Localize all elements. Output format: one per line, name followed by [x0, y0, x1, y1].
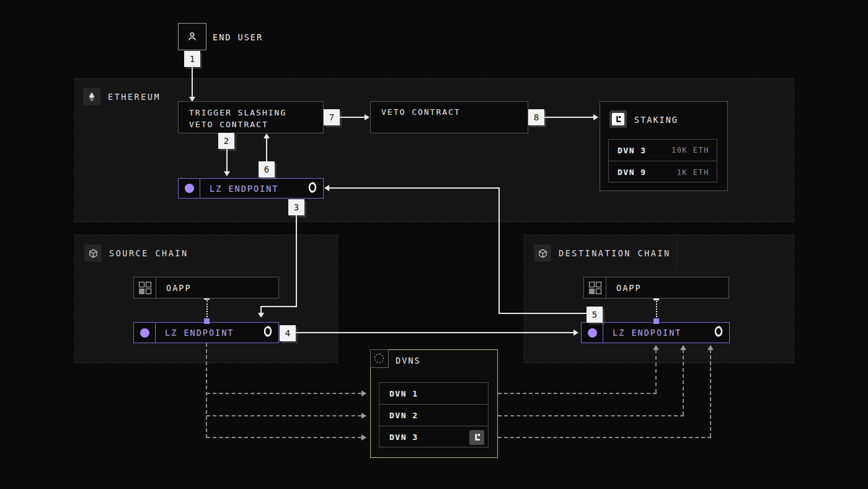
swap-vertical-icon — [714, 326, 723, 339]
dvn1-line-to-destination — [498, 393, 657, 394]
lz-endpoint-label: LZ ENDPOINT — [613, 328, 681, 338]
dvn3-line-to-destination — [498, 437, 711, 438]
lz-endpoint-ethereum-node: LZ ENDPOINT — [178, 178, 324, 199]
dvn-row: DVN 1 — [379, 383, 488, 405]
staking-label: STAKING — [634, 115, 678, 125]
swap-vertical-icon — [308, 182, 317, 195]
end-user-node — [178, 23, 206, 50]
staking-row-stake: 1K ETH — [677, 168, 709, 177]
lz-endpoint-label: LZ ENDPOINT — [165, 328, 234, 338]
dvn3-arrow-up — [707, 345, 714, 350]
destination-chain-header: DESTINATION CHAIN — [534, 244, 671, 262]
staking-row: DVN 9 1K ETH — [609, 161, 717, 183]
staking-row-name: DVN 3 — [618, 146, 647, 155]
step-badge-6: 6 — [259, 161, 275, 177]
dvns-rows: DVN 1 DVN 2 DVN 3 — [379, 382, 489, 447]
person-icon — [186, 30, 198, 43]
staking-row-stake: 10K ETH — [671, 146, 709, 155]
flow-line-8 — [544, 117, 595, 118]
grid-icon — [134, 277, 156, 298]
flow-arrow-8 — [593, 114, 598, 120]
source-chain-header: SOURCE CHAIN — [84, 244, 188, 262]
destination-chain-label: DESTINATION CHAIN — [559, 248, 671, 258]
dvn2-line-to-destination — [498, 415, 684, 416]
step-badge-3: 3 — [288, 199, 304, 215]
staking-row-name: DVN 9 — [618, 168, 647, 177]
slashing-flow-diagram: ETHEREUM SOURCE CHAIN DESTINATION CHAIN — [0, 0, 868, 489]
staking-node: STAKING DVN 3 10K ETH DVN 9 1K ETH — [600, 101, 728, 191]
oapp-label: OAPP — [616, 283, 642, 293]
dvns-label: DVNS — [396, 356, 421, 366]
oapp-destination-node: OAPP — [583, 277, 729, 298]
trigger-label-line1: TRIGGER SLASHING — [189, 107, 312, 119]
trigger-label-line2: VETO CONTRACT — [189, 119, 312, 130]
oapp-endpoint-link-source — [206, 300, 208, 320]
flow-line-1 — [192, 67, 193, 98]
step-badge-4: 4 — [280, 325, 296, 341]
step-badge-8: 8 — [528, 109, 544, 125]
flow-line-7 — [340, 117, 366, 118]
ethereum-section-header: ETHEREUM — [83, 88, 161, 105]
circle-dot-icon — [179, 179, 200, 198]
flow-line-3a — [296, 215, 297, 307]
dvn-row-name: DVN 2 — [389, 411, 418, 420]
dvn-arrow-dvn2 — [361, 413, 366, 419]
flow-line-5a — [499, 313, 587, 314]
layerzero-logo-icon — [609, 110, 627, 128]
flow-arrow-3 — [258, 313, 264, 318]
dvn-row-name: DVN 3 — [389, 433, 418, 442]
dvn2-line-up — [683, 349, 684, 415]
dvn-arrow-dvn3 — [361, 434, 366, 441]
staking-rows: DVN 3 10K ETH DVN 9 1K ETH — [608, 139, 717, 182]
swap-vertical-icon — [264, 326, 272, 339]
step-badge-1: 1 — [184, 51, 200, 67]
dashed-circle-icon — [370, 349, 389, 368]
dvn-line-to-dvn2 — [206, 415, 361, 416]
ethereum-section-label: ETHEREUM — [108, 92, 161, 102]
circle-dot-icon — [134, 323, 156, 343]
flow-line-4 — [296, 332, 575, 333]
flow-arrow-7 — [365, 114, 370, 120]
oapp-label: OAPP — [166, 283, 192, 293]
lz-endpoint-source-node: LZ ENDPOINT — [133, 322, 279, 343]
dvn-arrow-dvn1 — [361, 390, 366, 397]
lz-endpoint-destination-node: LZ ENDPOINT — [581, 322, 730, 343]
step-badge-5: 5 — [587, 307, 603, 323]
step-badge-2: 2 — [218, 133, 234, 149]
oapp-endpoint-link-destination — [656, 301, 657, 320]
dvn-line-source-vertical — [206, 343, 207, 438]
grid-icon — [584, 277, 606, 298]
source-chain-label: SOURCE CHAIN — [109, 248, 188, 258]
link-handle-purple — [204, 318, 210, 324]
dvns-node: DVNS DVN 1 DVN 2 DVN 3 — [370, 349, 498, 458]
flow-arrow-4 — [574, 330, 578, 336]
dvn-row-name: DVN 1 — [389, 389, 418, 398]
dvn-line-to-dvn3 — [206, 437, 361, 438]
lz-endpoint-label: LZ ENDPOINT — [210, 184, 278, 194]
veto-contract-label: VETO CONTRACT — [381, 107, 517, 117]
dvn3-line-up — [710, 349, 711, 437]
dvn-row: DVN 3 — [379, 426, 488, 448]
cube-icon — [534, 244, 551, 262]
dvn1-arrow-up — [653, 345, 659, 350]
dvn-row: DVN 2 — [379, 405, 488, 426]
flow-arrow-5 — [324, 185, 329, 191]
flow-arrow-2 — [224, 171, 230, 176]
step-badge-7: 7 — [324, 109, 340, 125]
layerzero-logo-icon — [469, 430, 484, 445]
flow-arrow-6 — [264, 133, 270, 138]
staking-row: DVN 3 10K ETH — [609, 140, 717, 161]
flow-line-5c — [329, 187, 500, 189]
trigger-slashing-veto-contract-node: TRIGGER SLASHING VETO CONTRACT — [178, 101, 324, 133]
circle-dot-icon — [582, 323, 603, 343]
flow-line-3b — [261, 306, 297, 307]
dvn-line-to-dvn1 — [206, 393, 361, 394]
dvn1-line-up — [655, 349, 657, 393]
flow-line-5b — [498, 187, 500, 314]
veto-contract-node: VETO CONTRACT — [370, 101, 528, 133]
link-handle-purple — [653, 318, 659, 324]
end-user-label: END USER — [213, 32, 263, 42]
dvn2-arrow-up — [680, 345, 686, 350]
destination-header-divider — [676, 235, 677, 270]
oapp-source-node: OAPP — [133, 277, 279, 298]
